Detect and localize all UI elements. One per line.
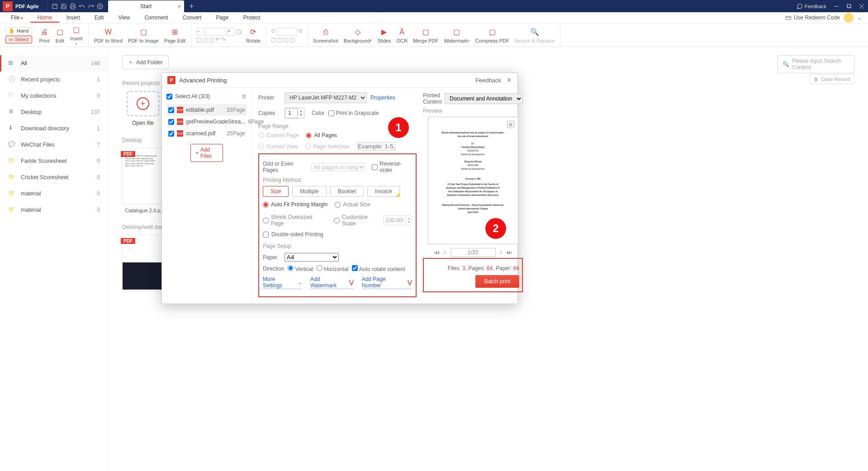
rotate-right-icon[interactable]: ↷ xyxy=(221,37,226,43)
ribbon-watermark[interactable]: ▢Watermark▾ xyxy=(441,24,472,47)
open-icon[interactable] xyxy=(50,2,59,11)
menu-comment[interactable]: Comment xyxy=(137,13,175,22)
auto-rotate-checkbox[interactable] xyxy=(352,265,358,271)
nav-icon-2[interactable]: ⊙ xyxy=(298,28,303,36)
first-page-icon[interactable]: ▢ xyxy=(271,37,276,43)
sidebar-download[interactable]: ⬇Download directory1 xyxy=(0,120,108,137)
layout-icon-3[interactable]: ▢ xyxy=(209,37,214,43)
sidebar-desktop[interactable]: 🖥Desktop137 xyxy=(0,104,108,120)
page-num-field[interactable] xyxy=(277,28,297,36)
spin-down[interactable]: ▼ xyxy=(298,113,304,117)
menu-page[interactable]: Page xyxy=(209,13,236,22)
file-checkbox[interactable] xyxy=(168,107,174,113)
method-multiple[interactable]: Multiple xyxy=(292,186,326,197)
auto-fit-radio[interactable] xyxy=(263,202,269,208)
chevron-down-icon[interactable]: ⌄ xyxy=(857,14,862,21)
method-booklet[interactable]: Booklet xyxy=(330,186,364,197)
close-button[interactable] xyxy=(855,0,868,12)
prev-page-icon[interactable]: ▢ xyxy=(277,37,282,43)
ribbon-rotate[interactable]: ⟳Rotate xyxy=(243,24,263,47)
sidebar-collections[interactable]: ♡My collections0 xyxy=(0,88,108,104)
sidebar-material-1[interactable]: 📁material0 xyxy=(0,186,108,202)
first-page-icon[interactable]: ⏮ xyxy=(434,249,440,256)
copies-spinner[interactable]: ▲▼ xyxy=(285,108,304,119)
user-avatar[interactable] xyxy=(844,13,854,23)
all-pages-radio[interactable] xyxy=(306,133,312,138)
add-folder-button[interactable]: ＋Add Folder xyxy=(122,55,169,69)
horizontal-radio[interactable] xyxy=(317,265,323,271)
ribbon-print[interactable]: 🖨Print xyxy=(37,24,52,47)
hand-tool[interactable]: ✋Hand xyxy=(5,27,32,35)
add-watermark-link[interactable]: Add Watermark ⋁ xyxy=(310,276,354,289)
file-checkbox[interactable] xyxy=(168,131,174,137)
undo-icon[interactable] xyxy=(77,2,86,11)
printed-content-select[interactable]: Document and Annotation xyxy=(445,93,523,104)
file-row[interactable]: PDFgetPreviewGradeStrea...6Page xyxy=(166,116,247,128)
actual-size-radio[interactable] xyxy=(335,202,341,208)
trash-icon[interactable]: 🗑 xyxy=(242,93,247,100)
print-icon[interactable] xyxy=(68,2,77,11)
nav-icon-1[interactable]: ⊙ xyxy=(271,28,275,36)
dialog-feedback[interactable]: Feedback xyxy=(475,77,501,84)
clear-record-button[interactable]: 🗑Clear Record xyxy=(810,74,854,84)
zoom-out-icon[interactable]: − xyxy=(196,28,204,36)
add-files-button[interactable]: +Add Files xyxy=(190,144,223,162)
ribbon-screenshot[interactable]: ⎙Screenshot xyxy=(310,24,341,47)
feedback-button[interactable]: Feedback xyxy=(797,3,826,10)
open-file-button[interactable]: + Open file xyxy=(122,91,164,126)
settings-icon[interactable] xyxy=(95,2,104,11)
menu-protect[interactable]: Protect xyxy=(236,13,267,22)
select-all-checkbox[interactable] xyxy=(166,94,172,100)
ribbon-slides[interactable]: ▶Slides xyxy=(375,24,394,47)
ribbon-background[interactable]: ◇Background▾ xyxy=(341,24,375,47)
file-row[interactable]: PDFscanned.pdf25Page xyxy=(166,128,247,139)
sidebar-farkle[interactable]: 📁Farkle Scoresheet0 xyxy=(0,153,108,169)
dialog-close-icon[interactable]: ✕ xyxy=(507,76,512,84)
prev-page-icon[interactable]: ‹ xyxy=(444,249,446,256)
file-card[interactable]: PDFHow to edit a PDF file in Adobe Reade… xyxy=(122,148,167,213)
page-indicator[interactable]: 1/33 xyxy=(451,248,496,257)
method-invoice[interactable]: Invoice xyxy=(367,186,400,197)
sidebar-material-2[interactable]: 📁material0 xyxy=(0,202,108,218)
ribbon-insert[interactable]: ▢Insert▾ xyxy=(67,24,85,47)
vertical-radio[interactable] xyxy=(288,265,294,271)
ribbon-compress[interactable]: ▢Compress PDF xyxy=(473,24,512,47)
next-page-icon[interactable]: › xyxy=(500,249,502,256)
last-page-icon[interactable]: ▢ xyxy=(290,37,295,43)
menu-insert[interactable]: Insert xyxy=(59,13,87,22)
ribbon-pdf-to-image[interactable]: ▢PDF to Image xyxy=(125,24,161,47)
menu-view[interactable]: View xyxy=(111,13,138,22)
ribbon-search-replace[interactable]: 🔍Search & Replace xyxy=(512,24,558,47)
rotate-left-icon[interactable]: ↶ xyxy=(215,37,220,43)
ribbon-pdf-to-word[interactable]: WPDF to Word xyxy=(91,24,125,47)
menu-edit[interactable]: Edit xyxy=(87,13,111,22)
file-row[interactable]: PDFeditable.pdf33Page xyxy=(166,104,247,116)
shrink-radio[interactable] xyxy=(263,218,269,224)
save-icon[interactable] xyxy=(59,2,68,11)
ribbon-edit[interactable]: ▢Edit xyxy=(52,24,67,47)
select-tool[interactable]: ▭Select xyxy=(5,36,32,43)
menu-home[interactable]: Home xyxy=(30,13,59,23)
file-checkbox[interactable] xyxy=(168,119,174,125)
double-sided-checkbox[interactable] xyxy=(263,232,269,238)
zoom-in-icon[interactable]: + xyxy=(227,28,235,36)
sidebar-all[interactable]: ⊞All146 xyxy=(0,55,108,71)
sidebar-cricket[interactable]: 📁Cricket Scoresheet0 xyxy=(0,169,108,186)
spin-up[interactable]: ▲ xyxy=(298,109,304,113)
reverse-order-checkbox[interactable] xyxy=(372,164,378,170)
batch-print-button[interactable]: Batch print xyxy=(475,275,519,288)
ribbon-merge[interactable]: ▢Merge PDF xyxy=(410,24,441,47)
customize-scale-radio[interactable] xyxy=(334,218,340,224)
paper-select[interactable]: A4 xyxy=(285,253,339,262)
minimize-button[interactable] xyxy=(830,0,843,12)
redeem-button[interactable]: Use Redeem Code xyxy=(785,14,840,21)
last-page-icon[interactable]: ⏭ xyxy=(507,249,512,256)
fit-icon[interactable]: ▢ xyxy=(237,29,242,35)
sidebar-recent[interactable]: 🕘Recent projects1 xyxy=(0,71,108,88)
preview-zoom-icon[interactable]: ◎ xyxy=(507,121,514,128)
menu-convert[interactable]: Convert xyxy=(175,13,209,22)
tab-start[interactable]: Start × xyxy=(108,0,184,12)
printer-properties-link[interactable]: Properties xyxy=(370,95,395,101)
ribbon-page-edit[interactable]: ⊞Page Edit xyxy=(161,24,189,47)
file-card[interactable]: PDF xyxy=(122,235,167,291)
